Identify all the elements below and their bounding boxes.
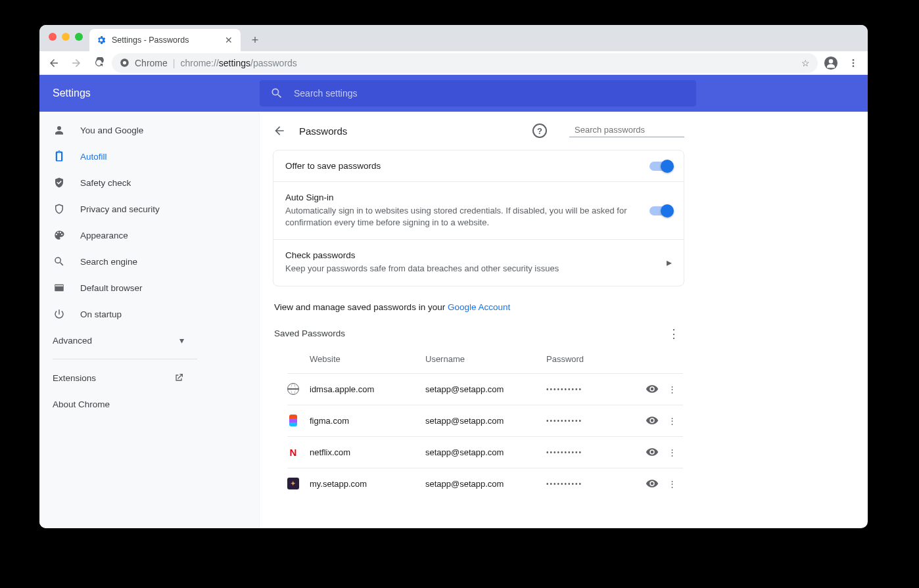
offer-save-row: Offer to save passwords [273, 150, 684, 182]
auto-signin-title: Auto Sign-in [285, 192, 640, 202]
col-password: Password [546, 354, 632, 364]
sidebar-item-appearance[interactable]: Appearance [39, 222, 259, 248]
site-cell: idmsa.apple.com [310, 384, 425, 394]
passwords-search-input[interactable] [575, 125, 685, 135]
password-row[interactable]: idmsa.apple.com setapp@setapp.com ••••••… [287, 373, 683, 405]
row-menu-button[interactable]: ⋮ [663, 384, 680, 394]
nav-back-button[interactable] [45, 54, 63, 72]
profile-avatar-button[interactable] [822, 54, 840, 72]
bookmark-star-icon[interactable]: ☆ [801, 58, 810, 68]
tab-close-button[interactable]: ✕ [224, 35, 234, 45]
password-cell: •••••••••• [546, 386, 641, 393]
sidebar-advanced[interactable]: Advanced ▾ [39, 327, 197, 353]
password-options-card: Offer to save passwords Auto Sign-in Aut… [273, 150, 684, 286]
show-password-button[interactable] [641, 414, 663, 427]
window-maximize-button[interactable] [75, 33, 83, 41]
google-account-link[interactable]: Google Account [448, 302, 510, 312]
offer-save-toggle[interactable] [649, 162, 672, 171]
table-header: Website Username Password [287, 348, 683, 373]
user-cell: setapp@setapp.com [425, 479, 546, 489]
omnibox[interactable]: Chrome | chrome://settings/passwords ☆ [112, 53, 818, 73]
sidebar-item-on-startup[interactable]: On startup [39, 301, 259, 327]
person-icon [53, 124, 66, 136]
sidebar-label: On startup [80, 309, 122, 319]
sidebar-item-search-engine[interactable]: Search engine [39, 248, 259, 275]
auto-signin-toggle[interactable] [649, 206, 672, 215]
shield-icon [53, 203, 66, 215]
row-menu-button[interactable]: ⋮ [663, 416, 680, 426]
saved-passwords-menu-button[interactable]: ⋮ [668, 327, 679, 341]
passwords-search[interactable] [569, 125, 684, 137]
help-icon[interactable]: ? [532, 124, 547, 138]
password-row[interactable]: ✦ my.setapp.com setapp@setapp.com ••••••… [287, 468, 683, 499]
sidebar-item-privacy-security[interactable]: Privacy and security [39, 196, 259, 222]
sidebar-label: Autofill [80, 152, 107, 162]
window-minimize-button[interactable] [62, 33, 70, 41]
chrome-icon [120, 58, 130, 68]
password-row[interactable]: figma.com setapp@setapp.com •••••••••• ⋮ [287, 405, 683, 436]
new-tab-button[interactable]: + [246, 31, 264, 49]
sidebar-item-you-and-google[interactable]: You and Google [39, 117, 259, 143]
panel-header: Passwords ? [260, 112, 697, 150]
netflix-icon: N [287, 446, 299, 458]
row-menu-button[interactable]: ⋮ [663, 479, 680, 489]
passwords-table: Website Username Password idmsa.apple.co… [260, 344, 697, 499]
open-in-new-icon [174, 373, 184, 383]
chevron-down-icon: ▾ [179, 335, 184, 346]
figma-icon [287, 415, 299, 426]
sidebar-divider [53, 359, 197, 359]
sidebar-about-chrome[interactable]: About Chrome [39, 391, 197, 417]
omnibox-url: chrome://settings/passwords [180, 58, 296, 68]
show-password-button[interactable] [641, 445, 663, 459]
sidebar-label: Privacy and security [80, 204, 160, 214]
user-cell: setapp@setapp.com [425, 384, 546, 394]
saved-passwords-title: Saved Passwords [274, 328, 345, 338]
sidebar-item-autofill[interactable]: Autofill [39, 143, 259, 170]
saved-passwords-header: Saved Passwords ⋮ [260, 321, 697, 344]
search-icon [53, 256, 66, 267]
sidebar-item-default-browser[interactable]: Default browser [39, 275, 259, 301]
window-close-button[interactable] [49, 33, 57, 41]
browser-icon [53, 282, 66, 294]
browser-window: Settings - Passwords ✕ + Chrome | chrome… [39, 25, 868, 528]
user-cell: setapp@setapp.com [425, 416, 546, 426]
row-menu-button[interactable]: ⋮ [663, 447, 680, 457]
user-cell: setapp@setapp.com [425, 447, 546, 457]
sidebar-item-safety-check[interactable]: Safety check [39, 170, 259, 196]
sidebar-label: Appearance [80, 231, 128, 240]
settings-search-input[interactable] [294, 88, 686, 99]
clipboard-icon [53, 150, 66, 162]
settings-title: Settings [39, 87, 260, 99]
settings-body: You and Google Autofill Safety check Pri… [39, 112, 868, 528]
site-cell: my.setapp.com [310, 479, 425, 489]
sidebar-extensions[interactable]: Extensions [39, 365, 197, 391]
browser-tab[interactable]: Settings - Passwords ✕ [89, 29, 241, 51]
settings-search[interactable] [260, 80, 696, 106]
password-cell: •••••••••• [546, 480, 641, 487]
offer-save-label: Offer to save passwords [285, 161, 640, 171]
sidebar-label: You and Google [80, 125, 143, 135]
nav-reload-button[interactable] [89, 54, 108, 72]
show-password-button[interactable] [641, 477, 663, 490]
back-arrow-button[interactable] [273, 124, 286, 137]
window-controls [45, 25, 89, 51]
settings-sidebar: You and Google Autofill Safety check Pri… [39, 112, 260, 528]
svg-point-1 [123, 61, 126, 64]
palette-icon [53, 229, 66, 241]
sidebar-label: Search engine [80, 257, 137, 267]
google-account-text: View and manage saved passwords in your … [260, 300, 697, 321]
site-cell: netflix.com [310, 447, 425, 457]
nav-forward-button[interactable] [67, 54, 85, 72]
col-website: Website [310, 354, 425, 364]
globe-icon [287, 383, 299, 395]
panel-title: Passwords [299, 125, 347, 137]
show-password-button[interactable] [641, 382, 663, 396]
password-row[interactable]: N netflix.com setapp@setapp.com ••••••••… [287, 436, 683, 468]
browser-menu-button[interactable] [844, 54, 862, 72]
svg-point-3 [829, 58, 834, 63]
sidebar-label: Default browser [80, 283, 143, 293]
power-icon [53, 308, 66, 320]
check-passwords-row[interactable]: Check passwords Keep your passwords safe… [273, 240, 684, 285]
chevron-right-icon: ▸ [667, 256, 672, 269]
sidebar-label: Safety check [80, 178, 131, 188]
